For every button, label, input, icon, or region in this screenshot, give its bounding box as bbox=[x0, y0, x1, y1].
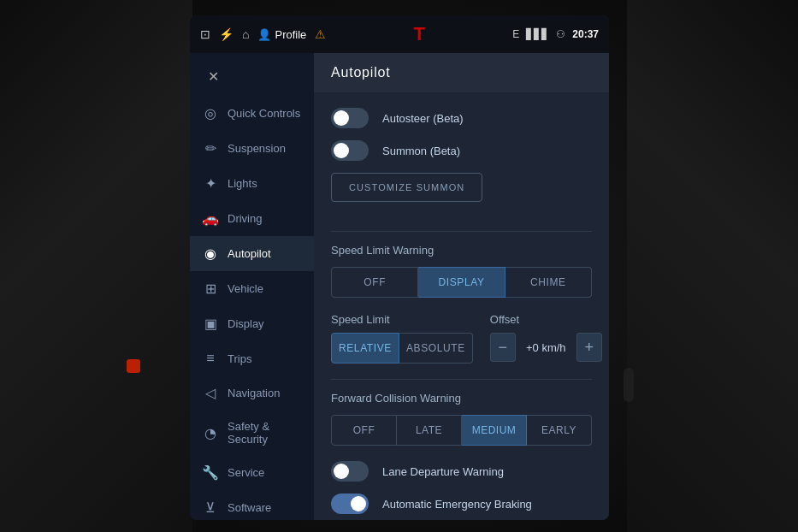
panel-body: Autosteer (Beta) Summon (Beta) CUSTOMIZE… bbox=[314, 92, 609, 520]
quick-controls-icon: ◎ bbox=[202, 105, 219, 121]
service-icon: 🔧 bbox=[202, 464, 219, 481]
sidebar-item-driving[interactable]: 🚗 Driving bbox=[190, 201, 314, 236]
speed-limit-warning-group: OFF DISPLAY CHIME bbox=[331, 267, 592, 298]
door-handle bbox=[624, 368, 634, 402]
sl-absolute-button[interactable]: ABSOLUTE bbox=[399, 333, 473, 364]
offset-increment-button[interactable]: + bbox=[576, 333, 602, 362]
speed-limit-col: Speed Limit RELATIVE ABSOLUTE bbox=[331, 313, 473, 364]
safety-icon: ◔ bbox=[202, 425, 219, 441]
summon-label: Summon (Beta) bbox=[382, 145, 460, 157]
sidebar-label-service: Service bbox=[228, 466, 264, 479]
autosteer-toggle[interactable] bbox=[331, 108, 369, 128]
lane-departure-toggle[interactable] bbox=[331, 461, 369, 482]
speed-limit-warning-label: Speed Limit Warning bbox=[331, 244, 592, 257]
close-button[interactable]: ✕ bbox=[200, 63, 226, 89]
sidebar-item-display[interactable]: ▣ Display bbox=[190, 306, 314, 341]
navigation-icon: ◁ bbox=[202, 385, 219, 401]
main-content: ✕ ◎ Quick Controls ✏ Suspension ✦ Lights… bbox=[190, 53, 609, 520]
fcw-early-button[interactable]: EARLY bbox=[527, 415, 592, 446]
summon-row: Summon (Beta) bbox=[331, 140, 592, 161]
signal-bars: ▋▋▋ bbox=[526, 28, 549, 40]
vehicle-icon: ⊞ bbox=[202, 281, 219, 297]
close-icon: ✕ bbox=[208, 68, 219, 85]
speed-limit-offset-row: Speed Limit RELATIVE ABSOLUTE Offset − +… bbox=[331, 313, 592, 364]
sidebar-label-quick-controls: Quick Controls bbox=[228, 107, 300, 120]
fcw-medium-button[interactable]: MEDIUM bbox=[462, 415, 527, 446]
home-icon: ⌂ bbox=[242, 27, 249, 41]
offset-value: +0 km/h bbox=[523, 341, 570, 354]
tesla-logo: T bbox=[414, 23, 425, 45]
sidebar-item-navigation[interactable]: ◁ Navigation bbox=[190, 375, 314, 411]
sidebar-label-software: Software bbox=[228, 501, 271, 514]
sidebar: ✕ ◎ Quick Controls ✏ Suspension ✦ Lights… bbox=[190, 53, 314, 520]
sidebar-label-autopilot: Autopilot bbox=[228, 247, 271, 260]
status-bar: ⊡ ⚡ ⌂ 👤 Profile ⚠ T E ▋▋▋ ⚇ 20:37 bbox=[190, 15, 609, 53]
summon-toggle[interactable] bbox=[331, 140, 369, 161]
speed-limit-col-label: Speed Limit bbox=[331, 313, 473, 326]
speed-limit-group: RELATIVE ABSOLUTE bbox=[331, 333, 473, 364]
sidebar-label-display: Display bbox=[228, 317, 264, 330]
autosteer-row: Autosteer (Beta) bbox=[331, 108, 592, 128]
profile-button[interactable]: 👤 Profile bbox=[257, 28, 306, 41]
driving-icon: 🚗 bbox=[202, 210, 219, 227]
sidebar-item-service[interactable]: 🔧 Service bbox=[190, 455, 314, 490]
sidebar-item-trips[interactable]: ≡ Trips bbox=[190, 341, 314, 375]
offset-control: − +0 km/h + bbox=[490, 333, 602, 362]
sl-relative-button[interactable]: RELATIVE bbox=[331, 333, 399, 364]
status-right: E ▋▋▋ ⚇ 20:37 bbox=[512, 28, 599, 40]
person-icon: 👤 bbox=[257, 28, 271, 41]
sidebar-item-vehicle[interactable]: ⊞ Vehicle bbox=[190, 271, 314, 306]
display-icon: ▣ bbox=[202, 316, 219, 332]
slw-chime-button[interactable]: CHIME bbox=[505, 267, 592, 298]
suspension-icon: ✏ bbox=[202, 140, 219, 157]
divider-1 bbox=[331, 231, 592, 232]
left-seat-area bbox=[0, 0, 192, 532]
hazard-light bbox=[127, 359, 140, 373]
panel-title: Autopilot bbox=[331, 65, 390, 80]
offset-decrement-button[interactable]: − bbox=[490, 333, 516, 362]
divider-2 bbox=[331, 379, 592, 380]
slw-off-button[interactable]: OFF bbox=[331, 267, 418, 298]
trips-icon: ≡ bbox=[202, 351, 219, 366]
sidebar-item-safety-security[interactable]: ◔ Safety & Security bbox=[190, 411, 314, 455]
sidebar-label-navigation: Navigation bbox=[228, 387, 280, 399]
sidebar-item-autopilot[interactable]: ◉ Autopilot bbox=[190, 236, 314, 271]
auto-emergency-row: Automatic Emergency Braking bbox=[331, 494, 592, 514]
battery-icon: E bbox=[512, 28, 519, 40]
sidebar-label-safety: Safety & Security bbox=[228, 420, 302, 446]
panel-header: Autopilot bbox=[314, 53, 609, 92]
status-center: T bbox=[414, 23, 425, 45]
warning-icon: ⚠ bbox=[315, 27, 326, 41]
offset-col: Offset − +0 km/h + bbox=[490, 313, 602, 364]
sidebar-label-driving: Driving bbox=[228, 212, 262, 225]
fcw-late-button[interactable]: LATE bbox=[397, 415, 462, 446]
customize-summon-button[interactable]: CUSTOMIZE SUMMON bbox=[331, 173, 482, 202]
autopilot-panel: Autopilot Autosteer (Beta) Summon (Beta)… bbox=[314, 53, 609, 520]
lights-icon: ✦ bbox=[202, 175, 219, 192]
offset-col-label: Offset bbox=[490, 313, 602, 326]
sidebar-label-vehicle: Vehicle bbox=[228, 282, 263, 295]
auto-emergency-toggle[interactable] bbox=[331, 494, 369, 514]
status-left: ⊡ ⚡ ⌂ 👤 Profile ⚠ bbox=[200, 27, 326, 41]
fcw-label: Forward Collision Warning bbox=[331, 392, 592, 405]
sidebar-item-quick-controls[interactable]: ◎ Quick Controls bbox=[190, 96, 314, 131]
fcw-group: OFF LATE MEDIUM EARLY bbox=[331, 415, 592, 446]
sidebar-item-software[interactable]: ⊻ Software bbox=[190, 490, 314, 520]
tesla-screen: ⊡ ⚡ ⌂ 👤 Profile ⚠ T E ▋▋▋ ⚇ 20:37 ✕ ◎ bbox=[190, 15, 609, 520]
right-seat-area bbox=[627, 0, 798, 532]
autosteer-label: Autosteer (Beta) bbox=[382, 112, 464, 125]
car-icon: ⊡ bbox=[200, 27, 210, 41]
bluetooth-icon: ⚇ bbox=[556, 28, 565, 40]
fcw-off-button[interactable]: OFF bbox=[331, 415, 397, 446]
autopilot-icon: ◉ bbox=[202, 245, 219, 262]
lane-departure-label: Lane Departure Warning bbox=[382, 465, 504, 478]
software-icon: ⊻ bbox=[202, 499, 219, 516]
sidebar-item-lights[interactable]: ✦ Lights bbox=[190, 166, 314, 201]
slw-display-button[interactable]: DISPLAY bbox=[418, 267, 505, 298]
auto-emergency-label: Automatic Emergency Braking bbox=[382, 498, 532, 511]
lane-departure-row: Lane Departure Warning bbox=[331, 461, 592, 482]
sidebar-label-suspension: Suspension bbox=[228, 142, 286, 155]
time-display: 20:37 bbox=[572, 28, 599, 40]
sidebar-item-suspension[interactable]: ✏ Suspension bbox=[190, 131, 314, 166]
sidebar-label-trips: Trips bbox=[228, 352, 251, 365]
